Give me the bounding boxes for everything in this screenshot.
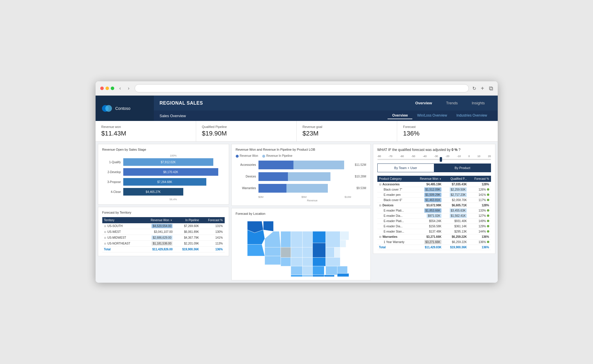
- app-header: Contoso REGIONAL SALES Overview Trends I…: [96, 96, 498, 121]
- map-title: Forecast by Location: [236, 212, 366, 215]
- td-item-qualified: $6,259.22K: [443, 240, 469, 245]
- hbar-pipeline-dev: [288, 172, 330, 181]
- kpi-pipeline-value: $19.90M: [202, 130, 291, 137]
- status-dot: [487, 220, 489, 222]
- th-revenue-won[interactable]: Revenue Won ▼: [413, 176, 443, 182]
- td-item-revenue: $1,509.29K: [413, 192, 443, 198]
- td-item-forecast: 149%: [469, 219, 491, 224]
- address-bar[interactable]: [135, 84, 469, 92]
- pct-top-label: 100%: [103, 154, 224, 157]
- expand-icon[interactable]: ⊞: [104, 231, 106, 233]
- whatif-text-prefix: WHAT IF the qualified forecast was adjus…: [377, 148, 452, 152]
- chart-legend: Revenue Won Revenue In Pipeline: [236, 154, 366, 157]
- state-ne: [291, 257, 302, 266]
- bar-fill-3: $7,264.68K: [123, 178, 207, 186]
- th-revenue-won[interactable]: Revenue Won ▼: [141, 217, 175, 223]
- btn-team-user[interactable]: By Team + User: [377, 163, 434, 172]
- state-al: [324, 275, 334, 277]
- td-cat-name: ⊟Devices: [377, 203, 413, 208]
- expand-icon[interactable]: ⊞: [104, 225, 106, 228]
- state-mo: [302, 266, 312, 275]
- state-co: [281, 247, 291, 257]
- td-item-forecast: 136%: [469, 240, 491, 245]
- expand-icon[interactable]: ⊟: [379, 183, 381, 186]
- nav-overview[interactable]: Overview: [408, 99, 439, 108]
- bar-fill-1: $7,912.02K: [123, 158, 214, 166]
- bar-track-4: $4,465.27K: [123, 188, 224, 196]
- td-item-revenue: $156.58K: [413, 224, 443, 229]
- new-tab-button[interactable]: +: [481, 85, 484, 92]
- table-row: E-reader Stan... $137.48K $295.13K 144%: [377, 229, 491, 234]
- territory-card: Forecast by Territory Territory Revenue …: [98, 207, 229, 256]
- forward-button[interactable]: ›: [126, 85, 131, 92]
- product-table: Product Category Revenue Won ▼ Qualified…: [377, 176, 491, 250]
- expand-icon[interactable]: ⊟: [379, 235, 381, 238]
- bar-track-1: $7,912.02K: [123, 158, 224, 166]
- th-territory: Territory: [102, 217, 141, 223]
- expand-icon[interactable]: ⊟: [379, 204, 381, 207]
- expand-icon[interactable]: ⊞: [104, 236, 106, 239]
- sub-nav-winloss[interactable]: Win/Loss Overview: [412, 112, 452, 119]
- middle-col: Revenue Won and Revenue In Pipeline by P…: [231, 144, 371, 280]
- territory-title: Forecast by Territory: [102, 211, 225, 214]
- svg-point-1: [105, 105, 112, 112]
- td-cat-name: ⊟Warranties: [377, 234, 413, 240]
- state-nm: [281, 257, 291, 266]
- state-ca: [247, 244, 265, 256]
- reload-button[interactable]: ↻: [472, 86, 476, 91]
- nav-trends[interactable]: Trends: [439, 99, 465, 108]
- td-forecast: 141%: [201, 235, 225, 241]
- hbar-label-war: Warranties: [236, 187, 256, 190]
- td-item-qualified: $361.14K: [443, 224, 469, 229]
- expand-icon[interactable]: ⊞: [104, 242, 106, 245]
- td-item-qualified: $931.40K: [443, 219, 469, 224]
- hbar-value-dev: $10.28M: [353, 175, 366, 178]
- th-forecast-pct: Forecast %: [201, 217, 225, 223]
- sales-stage-title: Revenue Open by Sales Stage: [102, 148, 225, 151]
- td-pipeline: $2,201.09K: [174, 241, 201, 247]
- td-cat-revenue: $3,271.66K: [413, 234, 443, 240]
- kpi-revenue-won-label: Revenue won: [101, 125, 190, 129]
- hbar-label-acc: Accessories: [236, 163, 256, 166]
- td-cat-forecast: 128%: [469, 203, 491, 208]
- state-sd: [291, 247, 302, 257]
- maximize-button[interactable]: [111, 87, 114, 90]
- td-item-name: E-reader Stan...: [377, 229, 413, 234]
- nav-insights[interactable]: Insights: [465, 99, 492, 108]
- td-total-pipeline: $19,900.36K: [174, 247, 201, 252]
- lob-chart-card: Revenue Won and Revenue In Pipeline by P…: [231, 144, 371, 205]
- td-item-forecast: 129%: [469, 224, 491, 229]
- lob-chart-title: Revenue Won and Revenue In Pipeline by P…: [236, 148, 366, 151]
- td-total-label: Total: [102, 247, 141, 252]
- table-row: E-reader pen $1,509.29K $2,717.23K 141%: [377, 192, 491, 198]
- cat-row-devices: ⊟Devices $3,672.98K $6,605.71K 128%: [377, 203, 491, 208]
- hbar-row-warranties: Warranties $9.53M: [236, 184, 366, 193]
- legend-pipeline-dot: [262, 155, 265, 158]
- td-total-forecast: 136%: [469, 245, 491, 250]
- state-nh: [340, 240, 346, 247]
- back-button[interactable]: ‹: [118, 85, 123, 92]
- state-wy: [281, 231, 291, 247]
- right-col: WHAT IF the qualified forecast was adjus…: [373, 144, 495, 280]
- lob-chart: Accessories $11.52M Devices $1: [236, 161, 366, 202]
- td-total-revenue: $11,429,826.00: [141, 247, 175, 252]
- btn-product[interactable]: By Product: [434, 163, 491, 172]
- td-cat-revenue: $3,672.98K: [413, 203, 443, 208]
- td-item-revenue: $137.48K: [413, 229, 443, 234]
- close-button[interactable]: [100, 87, 104, 90]
- td-item-name: E-reader Dia...: [377, 224, 413, 229]
- copy-tab-button[interactable]: ⧉: [489, 85, 493, 92]
- td-territory: ⊞US-SOUTH: [102, 223, 141, 229]
- table-row: E-reader Dia... $156.58K $361.14K 129%: [377, 224, 491, 229]
- hbar-track-war: [258, 184, 353, 193]
- sub-nav-industries[interactable]: Industries Overview: [452, 112, 492, 119]
- sub-nav-overview[interactable]: Overview: [388, 112, 412, 119]
- slider-thumb[interactable]: [440, 157, 442, 162]
- bar-track-2: $8,170.42K: [123, 168, 224, 176]
- th-qualified: Qualified P...: [443, 176, 469, 182]
- slider-track[interactable]: [377, 159, 491, 160]
- minimize-button[interactable]: [105, 87, 109, 90]
- bar-label-1: 1-Qualify: [103, 161, 121, 164]
- brand-name: Contoso: [115, 106, 131, 111]
- whatif-card: WHAT IF the qualified forecast was adjus…: [373, 144, 495, 254]
